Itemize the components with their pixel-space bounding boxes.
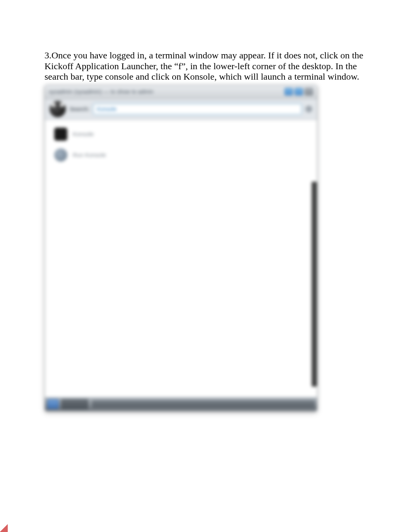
page-fold-corner (0, 524, 8, 532)
close-button[interactable] (305, 88, 313, 95)
kickoff-launcher-screenshot: sysadmin (sysadmin) — to show to admin S… (45, 85, 317, 411)
taskbar-tray (92, 400, 315, 408)
results-scrollbar[interactable] (312, 182, 317, 387)
result-item-konsole[interactable]: Konsole (45, 124, 317, 145)
search-results-area: Konsole Run Konsole (45, 120, 317, 397)
desktop-taskbar (45, 397, 317, 411)
search-row: Search: (45, 99, 317, 120)
instruction-paragraph: 3.Once you have logged in, a terminal wi… (45, 50, 366, 82)
run-command-icon (54, 148, 67, 162)
taskbar-item[interactable] (61, 399, 88, 409)
window-title-text: sysadmin (sysadmin) — to show to admin (49, 89, 284, 95)
step-text: Once you have logged in, a terminal wind… (45, 50, 363, 82)
window-controls (284, 88, 313, 95)
maximize-button[interactable] (295, 88, 303, 95)
search-input[interactable] (93, 104, 301, 114)
step-number: 3. (45, 50, 51, 60)
launcher-logo-icon (50, 101, 66, 117)
search-label: Search: (70, 106, 89, 112)
clear-search-icon[interactable] (305, 106, 312, 113)
window-title-bar: sysadmin (sysadmin) — to show to admin (45, 85, 317, 99)
launcher-window: sysadmin (sysadmin) — to show to admin S… (45, 85, 317, 411)
konsole-icon (54, 128, 67, 141)
minimize-button[interactable] (284, 88, 293, 95)
kickoff-launcher-button[interactable] (47, 399, 59, 409)
result-label: Run Konsole (73, 152, 106, 158)
result-label: Konsole (73, 131, 94, 137)
result-item-run-konsole[interactable]: Run Konsole (45, 145, 317, 165)
